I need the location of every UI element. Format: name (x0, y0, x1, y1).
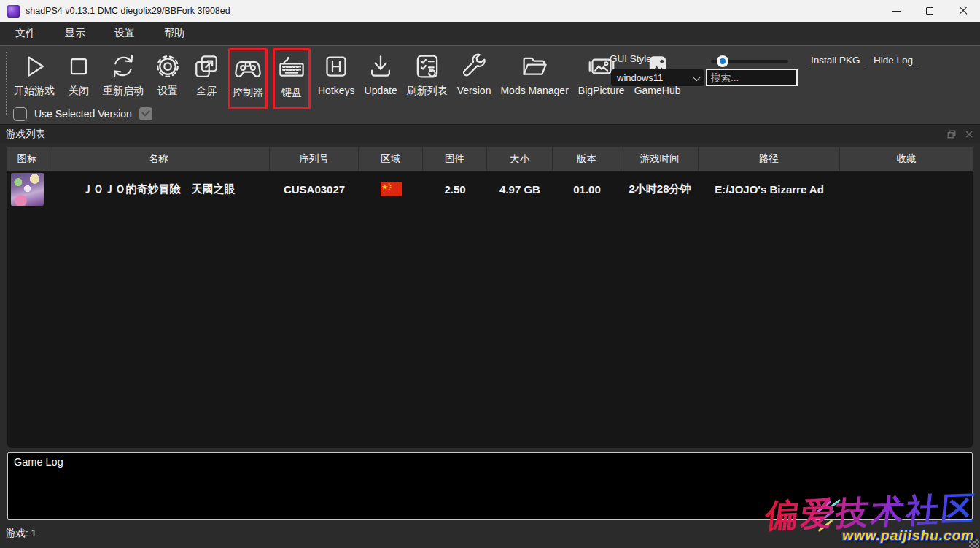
toolbar-buttons: 开始游戏 关闭 重新启动 设置 (12, 50, 682, 109)
column-header-playtime[interactable]: 游戏时间 (621, 147, 699, 171)
maximize-icon (926, 7, 933, 15)
mods-manager-button[interactable]: Mods Manager (498, 50, 570, 99)
close-icon (959, 7, 968, 15)
column-header-firmware[interactable]: 固件 (423, 147, 487, 171)
china-flag-icon (381, 182, 402, 196)
hotkeys-button[interactable]: Hotkeys (316, 50, 357, 99)
hide-log-button[interactable]: Hide Log (869, 53, 917, 69)
play-icon (20, 52, 49, 81)
menu-help[interactable]: 帮助 (160, 25, 189, 42)
restart-icon (109, 52, 138, 81)
chevron-down-icon (693, 72, 701, 80)
game-count-label: 游戏: 1 (6, 527, 36, 540)
game-table-body: ＪＯＪＯ的奇妙冒險 天國之眼 CUSA03027 2.50 4.97 GB 01… (7, 171, 973, 448)
column-header-version[interactable]: 版本 (553, 147, 621, 171)
game-size: 4.97 GB (487, 183, 553, 196)
game-log-title: Game Log (14, 456, 63, 468)
column-header-size[interactable]: 大小 (487, 147, 553, 171)
title-bar: shadPS4 v0.13.1 DMC diegolix29/BBFork 3f… (0, 0, 980, 22)
app-icon (7, 5, 20, 18)
gui-style-slider[interactable] (711, 56, 788, 66)
slider-handle[interactable] (717, 55, 728, 67)
maximize-button[interactable] (913, 0, 946, 22)
update-download-icon (366, 52, 395, 81)
wrench-icon (459, 52, 489, 81)
menu-file[interactable]: 文件 (11, 25, 40, 42)
column-header-region[interactable]: 区域 (359, 147, 423, 171)
game-row[interactable]: ＪＯＪＯ的奇妙冒險 天國之眼 CUSA03027 2.50 4.97 GB 01… (7, 171, 973, 207)
keyboard-button[interactable]: 键盘 (273, 48, 311, 109)
game-table-header: 图标 名称 序列号 区域 固件 大小 版本 游戏时间 路径 收藏 (7, 147, 973, 171)
checked-checkbox[interactable] (139, 107, 152, 120)
controller-button[interactable]: 控制器 (228, 48, 268, 109)
game-list-dock-titlebar: 游戏列表 (0, 124, 980, 143)
toolbar: 开始游戏 关闭 重新启动 设置 (0, 45, 980, 124)
game-cover-image (11, 173, 44, 206)
menu-bar: 文件 显示 设置 帮助 (0, 22, 980, 45)
menu-view[interactable]: 显示 (61, 25, 90, 42)
column-header-serial[interactable]: 序列号 (270, 147, 359, 171)
status-bar: 游戏: 1 (0, 520, 980, 547)
dock-float-icon[interactable] (946, 129, 957, 139)
column-header-favorite[interactable]: 收藏 (840, 147, 973, 171)
game-serial: CUSA03027 (270, 183, 359, 196)
search-input[interactable] (706, 69, 798, 86)
stop-button[interactable]: 关闭 (62, 50, 96, 99)
game-path: E:/JOJO's Bizarre Ad (699, 183, 840, 196)
fullscreen-icon (192, 52, 221, 81)
pixel-pattern-decoration (969, 539, 979, 548)
keyboard-icon (277, 53, 306, 82)
column-header-path[interactable]: 路径 (699, 147, 840, 171)
update-button[interactable]: Update (362, 50, 400, 99)
version-button[interactable]: Version (455, 50, 494, 99)
game-log-panel: Game Log (7, 452, 973, 520)
close-button[interactable] (946, 0, 980, 22)
window-controls (879, 0, 980, 22)
folder-icon (520, 52, 549, 81)
game-list-title: 游戏列表 (6, 128, 45, 141)
column-header-name[interactable]: 名称 (47, 147, 270, 171)
column-header-icon[interactable]: 图标 (7, 147, 47, 171)
menu-settings[interactable]: 设置 (110, 25, 139, 42)
window-title: shadPS4 v0.13.1 DMC diegolix29/BBFork 3f… (26, 6, 230, 16)
use-selected-version-label: Use Selected Version (34, 108, 132, 120)
refresh-list-button[interactable]: 刷新列表 (405, 50, 450, 99)
hotkeys-icon (322, 52, 351, 81)
game-version: 01.00 (553, 183, 621, 196)
restart-button[interactable]: 重新启动 (101, 50, 146, 99)
game-firmware: 2.50 (423, 183, 487, 196)
fullscreen-button[interactable]: 全屏 (190, 50, 223, 99)
stop-icon (64, 52, 93, 81)
minimize-button[interactable] (879, 0, 913, 22)
settings-gear-icon (153, 52, 182, 81)
refresh-list-icon (413, 52, 442, 81)
settings-button[interactable]: 设置 (151, 50, 184, 99)
game-playtime: 2小时28分钟 (621, 182, 699, 196)
play-button[interactable]: 开始游戏 (12, 50, 57, 99)
gui-style-select[interactable]: windows11 (611, 69, 704, 86)
gui-style-select-value: windows11 (617, 72, 663, 83)
minimize-icon (892, 11, 901, 12)
dock-close-icon[interactable] (964, 129, 974, 139)
gui-style-label: GUI Style: (610, 53, 655, 64)
game-name: ＪＯＪＯ的奇妙冒險 天國之眼 (47, 182, 270, 196)
controller-icon (233, 53, 262, 82)
toolbar-drag-handle[interactable] (6, 52, 7, 115)
install-pkg-button[interactable]: Install PKG (806, 53, 865, 69)
